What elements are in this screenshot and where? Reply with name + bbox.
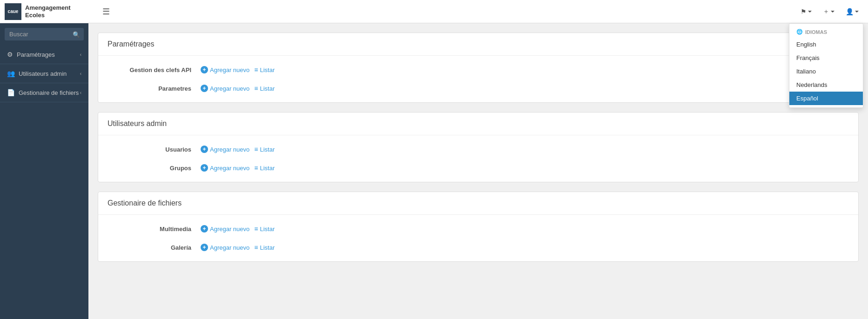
search-icon: 🔍 — [73, 31, 80, 38]
add-caret-icon — [831, 11, 834, 13]
list-multimedia-link[interactable]: ≡ Listar — [254, 225, 275, 233]
chevron-left-icon: ‹ — [80, 71, 81, 76]
row-actions: + Agregar nuevo ≡ Listar — [201, 225, 275, 233]
row-actions: + Agregar nuevo ≡ Listar — [201, 146, 275, 153]
sidebar: 🔍 ⚙ Paramétrages ‹ 👥 Utilisateurs admin … — [0, 23, 88, 319]
section-title-parametrages: Paramétrages — [98, 33, 858, 56]
row-actions: + Agregar nuevo ≡ Listar — [201, 85, 275, 92]
brand-name: Amengagement Ecoles — [25, 4, 71, 19]
row-label-galeria: Galería — [108, 244, 201, 251]
main-content: Paramétrages Gestion des clefs API + Agr… — [88, 23, 868, 319]
flag-caret-icon — [808, 11, 812, 13]
row-label-grupos: Grupos — [108, 165, 201, 172]
add-multimedia-link[interactable]: + Agregar nuevo — [201, 225, 249, 233]
table-row: Multimedia + Agregar nuevo ≡ Listar — [98, 219, 858, 238]
add-params-link[interactable]: + Agregar nuevo — [201, 85, 249, 92]
add-button[interactable]: ＋ — [818, 5, 839, 19]
language-dropdown-menu: 🌐 Idiomas English Français Italiano Nede… — [789, 23, 863, 108]
sidebar-search-container: 🔍 — [0, 23, 88, 45]
row-label-multimedia: Multimedia — [108, 226, 201, 233]
section-body-gestionnaire: Multimedia + Agregar nuevo ≡ Listar Gale… — [98, 215, 858, 261]
add-usuarios-link[interactable]: + Agregar nuevo — [201, 146, 249, 153]
user-icon: 👤 — [846, 8, 854, 15]
language-item-italiano[interactable]: Italiano — [789, 65, 863, 78]
user-caret-icon — [855, 11, 859, 13]
table-row: Grupos + Agregar nuevo ≡ Listar — [98, 159, 858, 177]
plus-circle-icon: + — [201, 66, 208, 73]
list-icon: ≡ — [254, 85, 258, 92]
list-icon: ≡ — [254, 225, 258, 233]
chevron-left-icon: ‹ — [80, 90, 81, 95]
sidebar-item-gestionnaire[interactable]: 📄 Gestionaire de fichiers ‹ — [0, 83, 88, 102]
plus-icon: ＋ — [823, 7, 829, 16]
section-body-parametrages: Gestion des clefs API + Agregar nuevo ≡ … — [98, 56, 858, 102]
table-row: Galería + Agregar nuevo ≡ Listar — [98, 238, 858, 257]
list-params-link[interactable]: ≡ Listar — [254, 85, 275, 92]
search-input[interactable] — [5, 28, 84, 40]
row-actions: + Agregar nuevo ≡ Listar — [201, 244, 275, 251]
add-api-link[interactable]: + Agregar nuevo — [201, 66, 249, 73]
row-label-api: Gestion des clefs API — [108, 66, 201, 73]
row-actions: + Agregar nuevo ≡ Listar — [201, 164, 275, 172]
list-usuarios-link[interactable]: ≡ Listar — [254, 146, 275, 153]
list-icon: ≡ — [254, 146, 258, 153]
row-actions: + Agregar nuevo ≡ Listar — [201, 66, 275, 73]
plus-circle-icon: + — [201, 164, 208, 172]
logo-icon: caue — [5, 3, 21, 20]
flag-button[interactable]: ⚑ — [796, 5, 816, 18]
language-item-english[interactable]: English — [789, 38, 863, 51]
table-row: Parametres + Agregar nuevo ≡ Listar — [98, 79, 858, 98]
language-item-francais[interactable]: Français — [789, 51, 863, 65]
gestionnaire-section: Gestionaire de fichiers Multimedia + Agr… — [98, 192, 859, 262]
globe-icon: 🌐 — [796, 29, 803, 35]
parametrages-section: Paramétrages Gestion des clefs API + Agr… — [98, 33, 859, 103]
plus-circle-icon: + — [201, 244, 208, 251]
row-label-params: Parametres — [108, 85, 201, 92]
list-icon: ≡ — [254, 244, 258, 251]
list-galeria-link[interactable]: ≡ Listar — [254, 244, 275, 251]
menu-toggle-button[interactable]: ☰ — [98, 4, 114, 19]
plus-circle-icon: + — [201, 146, 208, 153]
language-item-espanol[interactable]: Español — [789, 92, 863, 105]
table-row: Gestion des clefs API + Agregar nuevo ≡ … — [98, 60, 858, 79]
section-body-utilisateurs: Usuarios + Agregar nuevo ≡ Listar Grupos — [98, 135, 858, 182]
sidebar-item-label: Paramétrages — [17, 51, 55, 58]
add-galeria-link[interactable]: + Agregar nuevo — [201, 244, 249, 251]
section-title-gestionnaire: Gestionaire de fichiers — [98, 192, 858, 215]
list-icon: ≡ — [254, 66, 258, 73]
file-icon: 📄 — [7, 89, 15, 96]
sidebar-item-utilisateurs[interactable]: 👥 Utilisateurs admin ‹ — [0, 64, 88, 83]
section-title-utilisateurs: Utilisateurs admin — [98, 113, 858, 135]
utilisateurs-section: Utilisateurs admin Usuarios + Agregar nu… — [98, 112, 859, 182]
sidebar-item-parametrages[interactable]: ⚙ Paramétrages ‹ — [0, 45, 88, 64]
list-api-link[interactable]: ≡ Listar — [254, 66, 275, 73]
sidebar-item-label: Gestionaire de fichiers — [19, 89, 79, 96]
plus-circle-icon: + — [201, 225, 208, 233]
brand-logo[interactable]: caue Amengagement Ecoles — [5, 3, 93, 20]
navbar: caue Amengagement Ecoles ☰ ⚑ ＋ 👤 — [0, 0, 868, 23]
row-label-usuarios: Usuarios — [108, 146, 201, 153]
language-item-nederlands[interactable]: Nederlands — [789, 78, 863, 92]
navbar-right: ⚑ ＋ 👤 — [796, 5, 863, 19]
plus-circle-icon: + — [201, 85, 208, 92]
flag-icon: ⚑ — [801, 8, 807, 15]
language-dropdown: 🌐 Idiomas English Français Italiano Nede… — [789, 23, 863, 108]
list-grupos-link[interactable]: ≡ Listar — [254, 164, 275, 172]
list-icon: ≡ — [254, 164, 258, 172]
add-grupos-link[interactable]: + Agregar nuevo — [201, 164, 249, 172]
sidebar-item-label: Utilisateurs admin — [19, 70, 67, 77]
table-row: Usuarios + Agregar nuevo ≡ Listar — [98, 140, 858, 159]
user-button[interactable]: 👤 — [841, 5, 863, 18]
gear-icon: ⚙ — [7, 51, 13, 58]
chevron-left-icon: ‹ — [80, 52, 81, 57]
dropdown-header: 🌐 Idiomas — [789, 26, 863, 38]
users-icon: 👥 — [7, 70, 15, 77]
